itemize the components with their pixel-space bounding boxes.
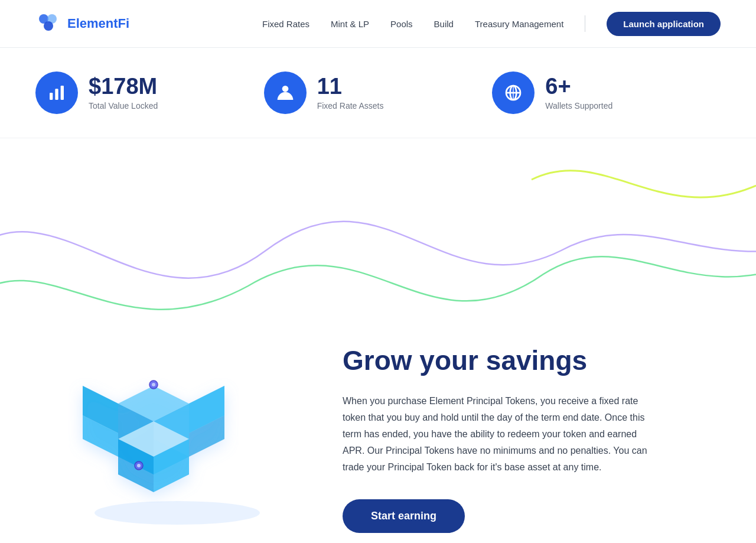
stat-assets: 11 Fixed Rate Assets xyxy=(264,71,493,114)
stat-tvl-label: Total Value Locked xyxy=(89,101,158,110)
launch-app-button[interactable]: Launch application xyxy=(607,12,721,36)
nav-divider xyxy=(585,15,585,32)
stat-tvl-value: $178M xyxy=(89,75,158,97)
stat-wallets-text: 6+ Wallets Supported xyxy=(545,75,612,110)
svg-point-11 xyxy=(94,501,260,525)
stat-tvl-text: $178M Total Value Locked xyxy=(89,75,158,110)
stat-wallets-value: 6+ xyxy=(545,75,612,97)
stat-wallets: 6+ Wallets Supported xyxy=(492,71,721,114)
main-nav: Fixed Rates Mint & LP Pools Build Treasu… xyxy=(262,12,721,36)
nav-fixed-rates[interactable]: Fixed Rates xyxy=(262,19,309,29)
stat-wallets-label: Wallets Supported xyxy=(545,101,612,110)
main-content: Grow your savings When you purchase Elem… xyxy=(0,333,756,543)
svg-point-2 xyxy=(44,21,53,31)
stat-assets-label: Fixed Rate Assets xyxy=(317,101,384,110)
section-title: Grow your savings xyxy=(343,345,721,376)
header: ElementFi Fixed Rates Mint & LP Pools Bu… xyxy=(0,0,756,48)
svg-point-26 xyxy=(152,383,155,386)
svg-point-28 xyxy=(137,464,141,467)
section-description: When you purchase Element Principal Toke… xyxy=(343,393,650,476)
hero-text-area: Grow your savings When you purchase Elem… xyxy=(343,333,721,533)
nav-treasury[interactable]: Treasury Management xyxy=(475,19,563,29)
svg-rect-3 xyxy=(50,93,53,100)
logo[interactable]: ElementFi xyxy=(35,11,129,37)
svg-point-6 xyxy=(282,86,288,92)
3d-illustration xyxy=(35,339,307,528)
svg-rect-5 xyxy=(61,86,64,100)
stat-tvl: $178M Total Value Locked xyxy=(35,71,264,114)
stat-assets-text: 11 Fixed Rate Assets xyxy=(317,75,384,110)
stats-section: $178M Total Value Locked 11 Fixed Rate A… xyxy=(0,48,756,138)
stat-icon-chart xyxy=(35,71,78,114)
stat-icon-globe xyxy=(492,71,535,114)
nav-build[interactable]: Build xyxy=(434,19,454,29)
svg-rect-4 xyxy=(55,89,58,100)
nav-pools[interactable]: Pools xyxy=(390,19,413,29)
stat-icon-person xyxy=(264,71,307,114)
illustration-area xyxy=(35,339,307,528)
logo-text: ElementFi xyxy=(67,16,129,31)
nav-mint-lp[interactable]: Mint & LP xyxy=(331,19,369,29)
start-earning-button[interactable]: Start earning xyxy=(343,499,465,533)
stat-assets-value: 11 xyxy=(317,75,384,97)
